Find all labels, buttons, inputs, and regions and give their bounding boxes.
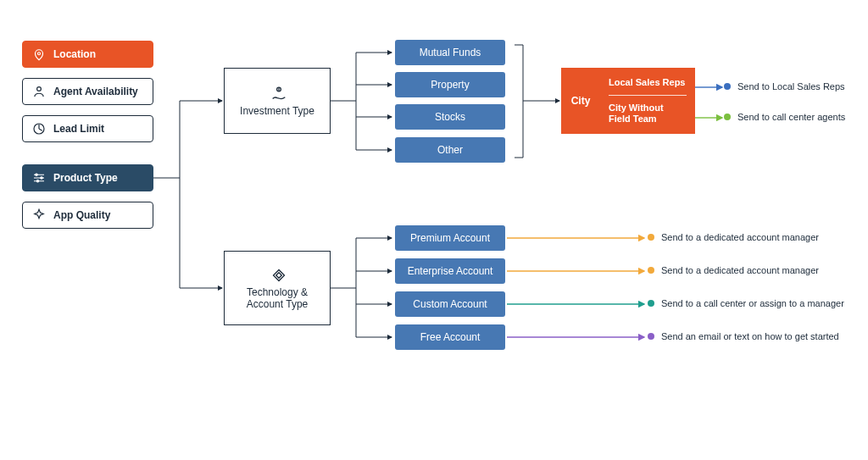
dot-icon [648,234,654,241]
diamond-icon [270,266,285,281]
svg-rect-7 [274,270,285,281]
option-enterprise-account: Enterprise Account [395,258,505,284]
city-row-local-sales-reps: Local Sales Reps [609,70,687,95]
gauge-icon [31,121,47,136]
action-label: Send to a dedicated account manager [661,265,819,275]
action-enterprise: Send to a dedicated account manager [648,265,819,275]
filter-label: Location [53,48,96,60]
dot-icon [724,114,731,120]
option-mutual-funds: Mutual Funds [395,40,505,65]
action-call-center-agents: Send to call center agents [724,112,845,122]
action-label: Send to Local Sales Reps [737,81,845,91]
city-label: City [561,68,600,134]
filter-label: Lead Limit [53,123,104,135]
city-row-without-field-team: City Without Field Team [609,95,687,131]
dot-icon [648,333,654,340]
hand-coin-icon [270,85,285,100]
filter-product-type[interactable]: Product Type [22,164,153,191]
action-label: Send an email or text on how to get star… [661,331,839,341]
action-label: Send to a dedicated account manager [661,232,819,242]
node-label: Technology & Account Type [233,286,321,310]
option-stocks: Stocks [395,104,505,130]
node-investment-type: Investment Type [224,68,331,134]
option-other: Other [395,137,505,163]
option-premium-account: Premium Account [395,225,505,251]
action-label: Send to call center agents [737,112,845,122]
user-icon [31,84,47,99]
filter-app-quality[interactable]: App Quality [22,202,153,229]
action-label: Send to a call center or assign to a man… [661,298,844,308]
sliders-icon [31,170,47,186]
svg-point-0 [38,53,41,55]
option-free-account: Free Account [395,324,505,350]
svg-rect-8 [276,273,281,278]
filter-label: Agent Availability [53,86,138,97]
location-pin-icon [31,47,47,62]
action-free: Send an email or text on how to get star… [648,331,839,341]
svg-point-4 [41,177,42,179]
action-local-sales-reps: Send to Local Sales Reps [724,81,845,91]
dot-icon [648,267,654,274]
node-city: City Local Sales Reps City Without Field… [561,68,695,134]
svg-point-3 [36,174,37,175]
option-property: Property [395,72,505,97]
svg-point-1 [37,87,42,91]
dot-icon [724,83,731,90]
svg-point-5 [36,180,38,182]
filter-lead-limit[interactable]: Lead Limit [22,115,153,142]
sparkle-icon [31,208,47,223]
filter-location[interactable]: Location [22,41,153,68]
action-custom: Send to a call center or assign to a man… [648,298,844,308]
action-premium: Send to a dedicated account manager [648,232,819,242]
node-technology-account-type: Technology & Account Type [224,251,331,325]
node-label: Investment Type [240,105,314,117]
dot-icon [648,300,654,307]
option-custom-account: Custom Account [395,291,505,317]
filter-label: Product Type [53,172,118,184]
filter-agent-availability[interactable]: Agent Availability [22,78,153,105]
filter-label: App Quality [53,209,110,221]
